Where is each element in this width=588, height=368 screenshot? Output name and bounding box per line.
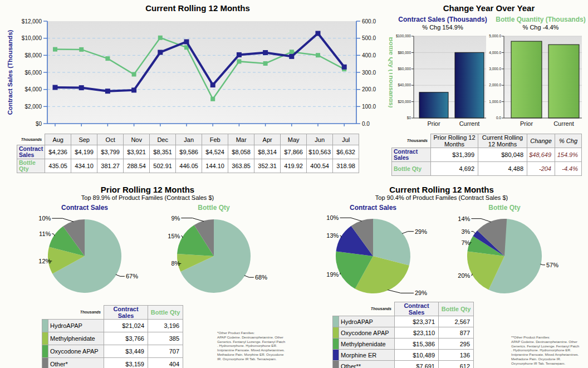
table-cell: 154.9% (555, 148, 582, 162)
contract-sales-value: $10,489 (395, 350, 439, 361)
y-right-tick-label: 100.0 (362, 104, 376, 110)
pie-percent-label: 10% (326, 214, 339, 221)
table-row: HydroAPAP$21,0243,196 (42, 320, 183, 332)
legend-swatch (333, 361, 339, 368)
table-row: Other**$7,691612 (333, 361, 474, 368)
table-cell: $8,058 (228, 145, 254, 159)
data-point-marker (210, 82, 215, 87)
row-header: Bottle Qty (17, 159, 45, 173)
legend-swatch (42, 345, 48, 358)
pie-percent-label: 13% (326, 232, 339, 239)
product-family-pie-charts: 67%12%11%10%68%8%15%9%29%29%19%13%10%57%… (0, 199, 588, 306)
pie-percent-label: 8% (171, 260, 180, 267)
pie-percent-label: 20% (458, 272, 470, 279)
contract-sales-value: $23,110 (395, 327, 439, 338)
table-cell: $3,799 (97, 145, 124, 159)
table-cell: $8,351 (150, 145, 176, 159)
table-cell: -4.4% (555, 162, 582, 176)
pie-leader-line (340, 235, 341, 237)
data-point-marker (105, 89, 110, 94)
product-name: Methylphenidate (48, 332, 104, 345)
contract-sales-column-header: Contract Sales (104, 306, 148, 320)
month-column-header: Apr (254, 134, 281, 145)
y-right-tick-label: 400.0 (362, 52, 376, 58)
data-point-marker (53, 47, 57, 52)
data-point-marker (53, 85, 58, 90)
data-point-marker (289, 54, 294, 59)
data-point-marker (290, 50, 294, 54)
contract-sales-column-header: Contract Sales (395, 302, 439, 316)
bar-y-tick-label: $40,000 (398, 83, 411, 87)
legend-swatch (42, 320, 48, 332)
data-point-marker (237, 59, 241, 63)
bar-y-tick-label: 4,000.0 (489, 51, 501, 55)
y-right-tick-label: 0.0 (362, 121, 370, 127)
product-name: Oxycodone APAP (48, 345, 104, 358)
product-name: Other** (339, 361, 395, 368)
data-point-marker (210, 97, 215, 101)
y-left-tick-label: $6,000 (24, 70, 42, 76)
table-cell: 144.10 (202, 159, 228, 173)
table-row: Contract Sales$4,236$4,199$3,799$3,921$8… (17, 145, 359, 159)
bottle-qty-value: 707 (148, 345, 183, 358)
bar-y-tick-label: 1,000.0 (489, 100, 501, 104)
table-cell: $8,314 (254, 145, 281, 159)
bar-y-tick-label: 2,000.0 (489, 83, 501, 87)
table-cell: $48,649 (527, 148, 555, 162)
legend-swatch (333, 350, 339, 361)
product-name: Oxycodone APAP (339, 327, 395, 338)
units-label: Thousands (17, 134, 45, 145)
pie-percent-label: 14% (458, 215, 470, 222)
legend-swatch (333, 338, 339, 350)
data-point-marker (158, 50, 163, 55)
y-left-tick-label: $4,000 (24, 86, 42, 92)
header-row: ThousandsAugSepOctNovDecJanFebMarAprMayJ… (17, 134, 359, 145)
month-column-header: Feb (202, 134, 228, 145)
y-left-tick-label: $2,000 (24, 104, 42, 110)
bar-x-label: Current (553, 120, 574, 127)
table-row: Methylphenidate$3,766385 (42, 332, 183, 345)
month-column-header: Sep (71, 134, 97, 145)
pie-percent-label: 67% (126, 273, 138, 279)
product-name: Other* (48, 358, 104, 368)
month-column-header: Aug (45, 134, 71, 145)
y-right-tick-label: 600.0 (362, 18, 376, 24)
y-left-tick-label: $12,000 (22, 18, 42, 24)
legend-swatch (333, 327, 339, 338)
table-cell: 435.05 (45, 159, 71, 173)
bottle-qty-value: 295 (439, 338, 474, 350)
contract-sales-value: $3,449 (104, 345, 148, 358)
pie-leader-line (388, 290, 414, 293)
table-cell: 352.31 (254, 159, 281, 173)
y-right-tick-label: 500.0 (362, 35, 376, 41)
pie-percent-label: 29% (415, 228, 427, 235)
row-header: Contract Sales (17, 145, 45, 159)
bottle-qty-value: 877 (439, 327, 474, 338)
column-header: Change (527, 134, 555, 148)
table-cell: $10,563 (307, 145, 333, 159)
units-label: Thousands (42, 306, 104, 320)
table-cell: 363.85 (228, 159, 254, 173)
data-point-marker (79, 47, 84, 52)
data-point-marker (132, 72, 136, 77)
bar-x-label: Prior (427, 120, 440, 127)
contract-sales-value: $15,386 (395, 338, 439, 350)
pie-leader-line (471, 219, 491, 222)
month-column-header: May (281, 134, 307, 145)
legend-swatch (333, 316, 339, 327)
pie-leader-line (471, 232, 475, 234)
data-point-marker (237, 52, 242, 57)
units-label: Thousands (333, 302, 395, 316)
table-cell: $4,199 (71, 145, 97, 159)
pie-percent-label: 29% (415, 290, 427, 296)
bar-y-tick-label: 3,000.0 (489, 67, 501, 71)
data-point-marker (79, 85, 84, 90)
bar-y-tick-label: $100,000 (396, 34, 411, 38)
y-left-tick-label: $10,000 (22, 35, 42, 41)
pie-leader-line (52, 218, 74, 222)
bottle-qty-value: 3,196 (148, 320, 183, 332)
table-row: Oxycodone APAP$23,110877 (333, 327, 474, 338)
table-cell: 400.54 (307, 159, 333, 173)
contract-sales-value: $21,024 (104, 320, 148, 332)
pie-percent-label: 19% (326, 271, 339, 278)
